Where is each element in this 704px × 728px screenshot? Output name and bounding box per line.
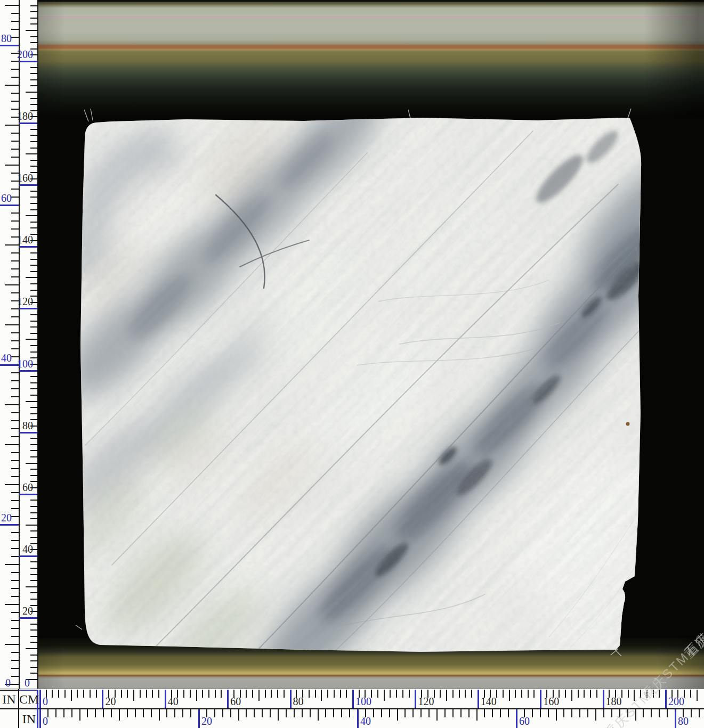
inch-number: 40 (0, 352, 12, 364)
inch-tick (675, 709, 676, 728)
inch-major-line (0, 524, 19, 526)
inch-tick (373, 709, 374, 717)
inch-tick (11, 580, 19, 581)
inch-tick (11, 173, 19, 174)
inch-tick (11, 508, 19, 509)
inch-tick (198, 709, 200, 728)
inch-tick (11, 212, 19, 214)
inch-tick (11, 332, 19, 333)
inch-tick (444, 709, 446, 717)
inch-tick (452, 709, 454, 717)
inch-tick (11, 516, 19, 517)
inch-tick (627, 709, 628, 717)
inch-tick (11, 620, 19, 621)
inch-tick (270, 709, 271, 717)
inch-tick (460, 709, 462, 717)
inch-tick (635, 709, 636, 721)
inch-tick (11, 412, 19, 413)
inch-tick (11, 316, 19, 317)
inch-tick (643, 709, 644, 717)
inch-tick (11, 476, 19, 477)
inch-tick (11, 596, 19, 597)
inch-tick (11, 69, 19, 70)
inch-tick (325, 709, 326, 717)
inch-tick (119, 709, 120, 721)
inch-tick (39, 709, 41, 728)
inch-tick (699, 709, 700, 717)
inch-tick (286, 709, 287, 717)
inch-tick (5, 484, 19, 485)
inch-tick (11, 388, 19, 389)
inch-tick (349, 709, 350, 717)
inch-tick (11, 61, 19, 62)
inch-tick (79, 709, 80, 721)
inch-tick (11, 380, 19, 381)
inch-tick (333, 709, 334, 717)
inch-tick (11, 612, 19, 613)
inch-tick (603, 709, 604, 717)
inch-tick (230, 709, 231, 717)
inch-tick (11, 260, 19, 261)
inch-tick (11, 636, 19, 637)
inch-tick (11, 668, 19, 669)
inch-tick (11, 53, 19, 54)
inch-tick (428, 709, 430, 717)
inch-tick (11, 228, 19, 230)
inch-tick (11, 492, 19, 493)
inch-tick (11, 428, 19, 429)
inch-tick (174, 709, 175, 717)
inch-tick (5, 284, 19, 285)
inch-tick (5, 644, 19, 645)
inch-tick (318, 709, 319, 721)
inch-major-line (0, 364, 19, 366)
inch-tick (11, 468, 19, 469)
inch-tick (357, 709, 359, 728)
inch-tick (11, 452, 19, 453)
inch-tick (11, 268, 19, 269)
inch-tick (5, 324, 19, 325)
inch-tick (262, 709, 263, 717)
inch-tick (222, 709, 223, 717)
inch-tick (5, 564, 19, 565)
inch-tick (412, 709, 414, 717)
inch-tick (651, 709, 652, 717)
inch-tick (151, 709, 152, 717)
inch-tick (87, 709, 88, 717)
vertical-cm-zero-label: 0 (16, 677, 30, 689)
inch-tick (11, 37, 19, 38)
inch-tick (484, 709, 485, 717)
inch-tick (420, 709, 422, 717)
inch-tick (143, 709, 144, 717)
inch-tick (11, 101, 19, 102)
inch-tick (5, 165, 19, 166)
inch-tick (11, 197, 19, 198)
inch-number: 60 (0, 192, 12, 204)
inch-tick (619, 709, 620, 717)
inch-tick (11, 93, 19, 94)
inch-tick (516, 709, 517, 728)
unit-label-centimeters: CM (19, 690, 37, 708)
inch-tick (404, 709, 406, 717)
inch-tick (11, 252, 19, 253)
inch-tick (254, 709, 255, 717)
inch-tick (11, 628, 19, 629)
inch-tick (508, 709, 509, 717)
inch-tick (540, 709, 541, 717)
inch-tick (11, 436, 19, 437)
inch-tick (492, 709, 493, 717)
inch-tick (5, 404, 19, 405)
inch-tick (11, 292, 19, 293)
inch-tick (611, 709, 612, 717)
inch-tick (246, 709, 247, 717)
inch-number: 80 (0, 32, 12, 44)
inch-tick (71, 709, 72, 717)
inch-number: 20 (201, 715, 212, 727)
inch-tick (11, 532, 19, 533)
inch-tick (341, 709, 342, 717)
inch-tick (111, 709, 112, 717)
inch-number: 0 (43, 715, 48, 727)
inch-tick (182, 709, 183, 717)
inch-tick (11, 372, 19, 373)
inch-tick (11, 348, 19, 349)
inch-tick (11, 117, 19, 118)
